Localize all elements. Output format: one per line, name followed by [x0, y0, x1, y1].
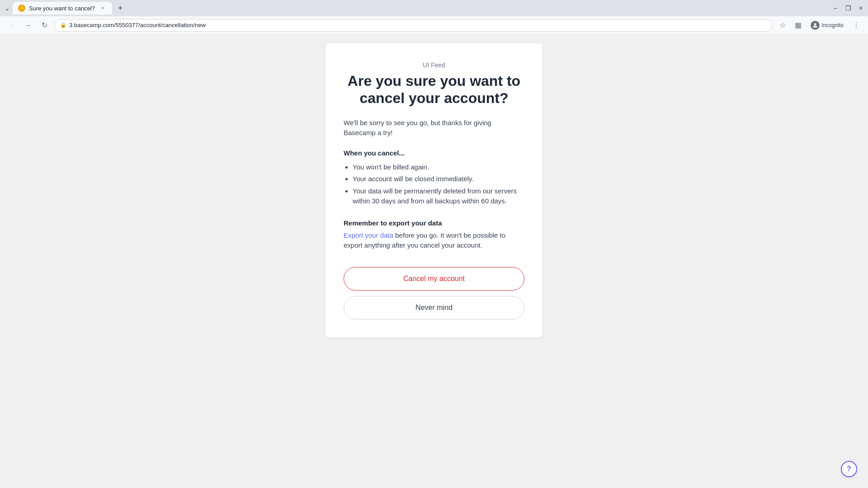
- bookmark-icon: ☆: [779, 21, 786, 29]
- new-tab-icon: +: [118, 4, 123, 13]
- tab-title: Sure you want to cancel?: [29, 5, 95, 12]
- intro-text: We'll be sorry to see you go, but thanks…: [344, 118, 524, 138]
- cancel-account-label: Cancel my account: [403, 275, 465, 283]
- maximize-icon: ❐: [845, 5, 851, 12]
- cancellation-card: UI Feed Are you sure you want to cancel …: [326, 43, 542, 338]
- consequence-item-1: You won't be billed again.: [353, 163, 429, 171]
- list-item: You won't be billed again.: [353, 162, 524, 173]
- never-mind-button[interactable]: Never mind: [344, 296, 524, 319]
- minimize-button[interactable]: −: [832, 5, 839, 12]
- close-window-icon: ×: [859, 5, 863, 12]
- down-arrow-btn[interactable]: ⌄: [4, 5, 11, 12]
- help-icon: ?: [847, 465, 851, 473]
- maximize-button[interactable]: ❐: [844, 5, 852, 12]
- page-title: Are you sure you want to cancel your acc…: [344, 72, 524, 107]
- list-item: Your data will be permanently deleted fr…: [353, 186, 524, 206]
- title-bar: ⌄ 🙂 Sure you want to cancel? × + − ❐ ×: [0, 0, 868, 16]
- consequence-item-3: Your data will be permanently deleted fr…: [353, 187, 517, 205]
- help-button[interactable]: ?: [841, 461, 857, 477]
- incognito-label: Incognito: [821, 22, 844, 28]
- tab-favicon: 🙂: [18, 5, 25, 12]
- when-cancel-heading: When you cancel...: [344, 149, 524, 157]
- export-data-link[interactable]: Export your data: [344, 231, 393, 239]
- nav-right-controls: ☆ ▦ Incognito ⋮: [776, 19, 863, 32]
- reload-icon: ↻: [42, 21, 47, 29]
- list-item: Your account will be closed immediately.: [353, 174, 524, 184]
- export-section: Remember to export your data Export your…: [344, 219, 524, 251]
- forward-button[interactable]: →: [22, 19, 34, 32]
- favicon-emoji: 🙂: [19, 6, 24, 10]
- address-bar[interactable]: 🔒 3.basecamp.com/5550377/account/cancell…: [54, 19, 773, 32]
- nav-bar: ← → ↻ 🔒 3.basecamp.com/5550377/account/c…: [0, 16, 868, 34]
- bookmark-button[interactable]: ☆: [776, 19, 789, 32]
- reload-button[interactable]: ↻: [38, 19, 51, 32]
- export-text: Export your data before you go. It won't…: [344, 230, 524, 251]
- minimize-icon: −: [834, 5, 837, 12]
- address-text: 3.basecamp.com/5550377/account/cancellat…: [69, 22, 206, 28]
- tab-close-button[interactable]: ×: [99, 4, 107, 12]
- back-button[interactable]: ←: [5, 19, 18, 32]
- new-tab-button[interactable]: +: [114, 2, 127, 14]
- never-mind-label: Never mind: [415, 304, 453, 312]
- close-window-button[interactable]: ×: [857, 5, 864, 12]
- incognito-button[interactable]: Incognito: [807, 20, 847, 31]
- lock-icon: 🔒: [60, 22, 66, 28]
- consequences-list: You won't be billed again. Your account …: [344, 162, 524, 206]
- sidebar-icon: ▦: [795, 21, 802, 29]
- window-controls: − ❐ ×: [832, 5, 864, 12]
- consequence-item-2: Your account will be closed immediately.: [353, 175, 474, 183]
- tab-close-icon: ×: [101, 5, 104, 11]
- menu-icon: ⋮: [853, 21, 860, 29]
- sidebar-button[interactable]: ▦: [792, 19, 804, 32]
- site-label: UI Feed: [344, 61, 524, 69]
- page-content: UI Feed Are you sure you want to cancel …: [0, 34, 868, 488]
- back-icon: ←: [8, 21, 15, 29]
- browser-chrome: ⌄ 🙂 Sure you want to cancel? × + − ❐ ×: [0, 0, 868, 34]
- browser-tab[interactable]: 🙂 Sure you want to cancel? ×: [13, 2, 112, 14]
- menu-button[interactable]: ⋮: [850, 19, 863, 32]
- cancel-account-button[interactable]: Cancel my account: [344, 267, 524, 291]
- forward-icon: →: [24, 21, 32, 29]
- svg-point-0: [814, 23, 816, 25]
- down-arrow-icon: ⌄: [5, 5, 10, 12]
- incognito-icon: [811, 21, 820, 30]
- export-heading: Remember to export your data: [344, 219, 524, 227]
